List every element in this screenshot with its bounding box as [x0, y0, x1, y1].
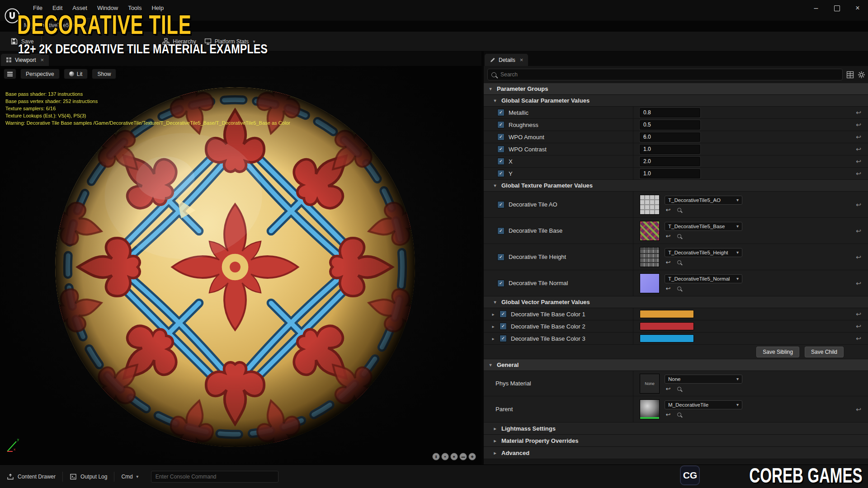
use-selected-asset-icon[interactable]: ↩	[665, 411, 672, 418]
checkbox[interactable]: ✓	[497, 109, 505, 116]
browse-to-asset-icon[interactable]	[675, 411, 683, 418]
reset-to-default-icon[interactable]: ↩	[849, 335, 868, 342]
checkbox[interactable]: ✓	[497, 158, 505, 165]
checkbox[interactable]: ✓	[500, 323, 507, 330]
search-input[interactable]	[500, 71, 839, 78]
details-tab[interactable]: Details ×	[485, 54, 528, 66]
restore-button[interactable]	[826, 0, 847, 16]
reset-to-default-icon[interactable]: ↩	[849, 109, 868, 116]
lit-mode-button[interactable]: Lit	[64, 69, 88, 79]
param-value-input[interactable]	[640, 157, 700, 166]
texture-asset-dropdown[interactable]: T_DecorativeTile5_AO▾	[665, 196, 742, 205]
reset-to-default-icon[interactable]: ↩	[849, 158, 868, 165]
checkbox[interactable]: ✓	[497, 201, 505, 208]
reset-to-default-icon[interactable]: ↩	[849, 310, 868, 318]
texture-thumbnail-height[interactable]	[640, 247, 660, 267]
content-drawer-button[interactable]: Content Drawer	[0, 465, 62, 488]
viewport-menu-button[interactable]	[4, 69, 16, 79]
reset-to-default-icon[interactable]: ↩	[849, 323, 868, 330]
texture-asset-dropdown[interactable]: T_DecorativeTile5_Height▾	[665, 248, 742, 257]
param-value-input[interactable]	[640, 120, 700, 130]
checkbox[interactable]: ✓	[497, 121, 505, 128]
expander-icon[interactable]: ▸	[491, 336, 495, 341]
minimize-button[interactable]: –	[806, 0, 826, 16]
group-scalar-params[interactable]: ▾ Global Scalar Parameter Values	[484, 95, 868, 107]
color-swatch[interactable]	[640, 334, 694, 343]
category-general[interactable]: ▾ General	[484, 359, 868, 371]
search-box[interactable]	[487, 69, 843, 80]
close-button[interactable]: ×	[847, 0, 868, 16]
param-value-input[interactable]	[640, 145, 700, 154]
section-material-property-overrides[interactable]: ▸ Material Property Overrides	[484, 435, 868, 447]
param-label: X	[509, 158, 513, 165]
checkbox[interactable]: ✓	[497, 227, 505, 235]
viewport-tab-close-icon[interactable]: ×	[40, 56, 44, 63]
checkbox[interactable]: ✓	[500, 310, 507, 318]
parent-material-dropdown[interactable]: M_DecorativeTile▾	[665, 400, 742, 409]
details-tab-close-icon[interactable]: ×	[520, 56, 524, 63]
texture-thumbnail-ao[interactable]	[640, 195, 660, 215]
group-vector-params[interactable]: ▾ Global Vector Parameter Values	[484, 296, 868, 308]
reset-to-default-icon[interactable]: ↩	[849, 133, 868, 141]
perspective-button[interactable]: Perspective	[20, 69, 60, 79]
reset-to-default-icon[interactable]: ↩	[849, 121, 868, 128]
texture-asset-dropdown[interactable]: T_DecorativeTile5_Base▾	[665, 222, 742, 231]
reset-to-default-icon[interactable]: ↩	[849, 406, 868, 413]
param-row-tile-ao: ✓Decorative Tile AO T_DecorativeTile5_AO…	[484, 192, 868, 218]
settings-gear-icon[interactable]	[858, 71, 865, 79]
save-child-button[interactable]: Save Child	[805, 347, 844, 357]
reset-to-default-icon[interactable]: ↩	[849, 280, 868, 287]
use-selected-asset-icon[interactable]: ↩	[665, 206, 672, 214]
reset-to-default-icon[interactable]: ↩	[849, 201, 868, 208]
console-command-input[interactable]	[151, 471, 278, 483]
category-parameter-groups[interactable]: ▾ Parameter Groups	[484, 83, 868, 95]
param-value-input[interactable]	[640, 169, 700, 178]
checkbox[interactable]: ✓	[500, 335, 507, 342]
checkbox[interactable]: ✓	[497, 170, 505, 177]
browse-to-asset-icon[interactable]	[675, 259, 683, 266]
phys-material-thumbnail[interactable]: None	[640, 374, 660, 394]
use-selected-asset-icon[interactable]: ↩	[665, 259, 672, 266]
param-value-input[interactable]	[640, 132, 700, 142]
section-advanced[interactable]: ▸ Advanced	[484, 447, 868, 459]
viewport-3d-area[interactable]: Perspective Lit Show Base pass shader: 1…	[0, 66, 481, 465]
use-selected-asset-icon[interactable]: ↩	[665, 385, 672, 393]
browse-to-asset-icon[interactable]	[675, 385, 683, 393]
reset-to-default-icon[interactable]: ↩	[849, 227, 868, 235]
texture-thumbnail-base[interactable]	[640, 221, 660, 241]
expander-icon[interactable]: ▸	[491, 312, 495, 317]
checkbox[interactable]: ✓	[497, 280, 505, 287]
section-lightmass-settings[interactable]: ▸ Lightmass Settings	[484, 422, 868, 435]
parent-material-thumbnail[interactable]	[640, 399, 660, 419]
browse-to-asset-icon[interactable]	[675, 233, 683, 240]
reset-to-default-icon[interactable]: ↩	[849, 253, 868, 261]
output-log-button[interactable]: Output Log	[63, 465, 114, 488]
show-button[interactable]: Show	[92, 69, 116, 79]
display-options-icon[interactable]	[846, 71, 854, 79]
use-selected-asset-icon[interactable]: ↩	[665, 285, 672, 292]
group-texture-params[interactable]: ▾ Global Texture Parameter Values	[484, 180, 868, 192]
preview-sphere-button[interactable]: ●	[441, 453, 449, 460]
preview-custom-mesh-button[interactable]: ◆	[468, 453, 476, 460]
save-sibling-button[interactable]: Save Sibling	[756, 347, 799, 357]
texture-thumbnail-normal[interactable]	[640, 273, 660, 293]
color-swatch[interactable]	[640, 310, 694, 318]
texture-asset-dropdown[interactable]: T_DecorativeTile5_Normal▾	[665, 274, 742, 283]
color-swatch[interactable]	[640, 322, 694, 330]
use-selected-asset-icon[interactable]: ↩	[665, 233, 672, 240]
phys-material-dropdown[interactable]: None▾	[665, 375, 742, 384]
magnifier-icon	[677, 387, 681, 391]
checkbox[interactable]: ✓	[497, 253, 505, 261]
browse-to-asset-icon[interactable]	[675, 285, 683, 292]
preview-cube-button[interactable]: ■	[450, 453, 458, 460]
reset-to-default-icon[interactable]: ↩	[849, 170, 868, 177]
checkbox[interactable]: ✓	[497, 145, 505, 153]
cmd-dropdown[interactable]: Cmd ▾	[114, 465, 146, 488]
browse-to-asset-icon[interactable]	[675, 206, 683, 214]
reset-to-default-icon[interactable]: ↩	[849, 145, 868, 153]
checkbox[interactable]: ✓	[497, 133, 505, 141]
preview-plane-button[interactable]: ▬	[459, 453, 467, 460]
preview-cylinder-button[interactable]: ▮	[432, 453, 440, 460]
expander-icon[interactable]: ▸	[491, 324, 495, 329]
param-value-input[interactable]	[640, 108, 700, 117]
